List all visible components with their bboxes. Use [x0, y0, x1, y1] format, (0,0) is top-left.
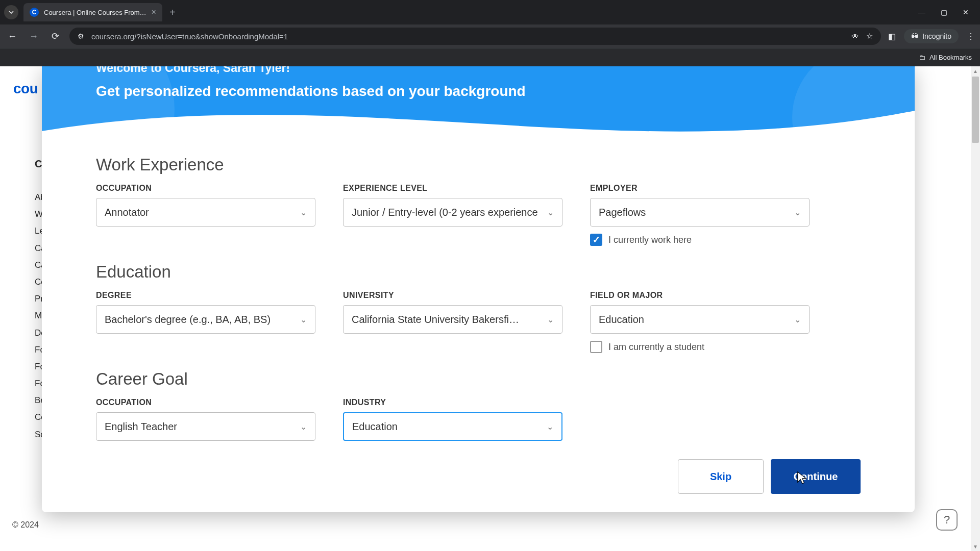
major-dropdown[interactable]: Education ⌄ — [590, 305, 810, 334]
star-icon[interactable]: ☆ — [866, 32, 873, 41]
major-field: FIELD OR MAJOR Education ⌄ I am currentl… — [590, 291, 810, 353]
university-field: UNIVERSITY California State University B… — [343, 291, 562, 353]
education-section: Education DEGREE Bachelor's degree (e.g.… — [96, 262, 861, 353]
page-viewport: cou Co AbWhLeCaCaCoPrMaDeFoFoFoBeCoSo © … — [0, 66, 980, 551]
chevron-down-icon: ⌄ — [547, 422, 553, 432]
student-label: I am currently a student — [608, 342, 704, 353]
experience-label: EXPERIENCE LEVEL — [343, 184, 562, 193]
all-bookmarks-button[interactable]: 🗀 All Bookmarks — [919, 54, 972, 61]
currently-work-checkbox[interactable]: ✓ — [590, 234, 602, 246]
tab-favicon: C — [30, 8, 39, 17]
tab-close-icon[interactable]: × — [152, 8, 156, 17]
scrollbar[interactable]: ▲ ▼ — [971, 66, 980, 551]
modal-header: Welcome to Coursera, Sarah Tyler! Get pe… — [42, 66, 915, 141]
url-text: coursera.org/?isNewUser=true&showOnboard… — [91, 32, 844, 41]
degree-label: DEGREE — [96, 291, 315, 300]
reload-button[interactable]: ⟳ — [48, 31, 62, 42]
menu-icon[interactable]: ⋮ — [967, 32, 975, 41]
help-button[interactable]: ? — [936, 509, 958, 531]
career-goal-section: Career Goal OCCUPATION English Teacher ⌄… — [96, 369, 861, 441]
university-label: UNIVERSITY — [343, 291, 562, 300]
currently-work-label: I currently work here — [608, 235, 692, 245]
scrollbar-thumb[interactable] — [972, 77, 979, 143]
industry-field: INDUSTRY Education ⌄ — [343, 398, 562, 441]
skip-button[interactable]: Skip — [678, 459, 764, 494]
career-occupation-dropdown[interactable]: English Teacher ⌄ — [96, 412, 315, 441]
continue-button[interactable]: Continue — [771, 459, 861, 494]
degree-dropdown[interactable]: Bachelor's degree (e.g., BA, AB, BS) ⌄ — [96, 305, 315, 334]
coursera-logo: cou — [13, 81, 38, 97]
employer-dropdown[interactable]: Pageflows ⌄ — [590, 198, 810, 227]
browser-tab[interactable]: C Coursera | Online Courses From… × — [23, 3, 162, 21]
maximize-icon[interactable]: ▢ — [941, 8, 947, 16]
chevron-down-icon: ⌄ — [547, 315, 554, 324]
major-label: FIELD OR MAJOR — [590, 291, 810, 300]
modal-footer: Skip Continue — [96, 459, 861, 494]
folder-icon: 🗀 — [919, 54, 925, 61]
section-title-career: Career Goal — [96, 369, 861, 389]
employer-field: EMPLOYER Pageflows ⌄ ✓ I currently work … — [590, 184, 810, 246]
back-button[interactable]: ← — [5, 31, 19, 42]
onboarding-modal: Welcome to Coursera, Sarah Tyler! Get pe… — [42, 66, 915, 512]
chevron-down-icon: ⌄ — [300, 422, 307, 432]
work-experience-section: Work Experience OCCUPATION Annotator ⌄ E… — [96, 155, 861, 246]
bookmarks-bar: 🗀 All Bookmarks — [0, 48, 980, 66]
incognito-icon: 🕶 — [911, 32, 918, 40]
chevron-down-icon: ⌄ — [547, 208, 554, 217]
industry-label: INDUSTRY — [343, 398, 562, 407]
modal-body: Work Experience OCCUPATION Annotator ⌄ E… — [42, 141, 915, 512]
minimize-icon[interactable]: — — [918, 8, 925, 16]
chevron-down-icon: ⌄ — [794, 208, 801, 217]
chevron-down-icon: ⌄ — [300, 315, 307, 324]
degree-field: DEGREE Bachelor's degree (e.g., BA, AB, … — [96, 291, 315, 353]
side-panel-icon[interactable]: ◧ — [888, 32, 896, 41]
close-window-icon[interactable]: ✕ — [963, 8, 969, 16]
student-checkbox[interactable] — [590, 341, 602, 353]
forward-button[interactable]: → — [27, 31, 41, 42]
university-dropdown[interactable]: California State University Bakersfi… ⌄ — [343, 305, 562, 334]
career-occupation-label: OCCUPATION — [96, 398, 315, 407]
employer-label: EMPLOYER — [590, 184, 810, 193]
occupation-field: OCCUPATION Annotator ⌄ — [96, 184, 315, 246]
check-icon: ✓ — [593, 234, 600, 245]
chevron-down-icon: ⌄ — [300, 208, 307, 217]
currently-work-checkbox-row[interactable]: ✓ I currently work here — [590, 234, 810, 246]
modal-subtitle: Get personalized recommendations based o… — [96, 83, 526, 99]
new-tab-button[interactable]: + — [169, 7, 176, 18]
student-checkbox-row[interactable]: I am currently a student — [590, 341, 810, 353]
incognito-badge[interactable]: 🕶 Incognito — [904, 29, 959, 43]
experience-dropdown[interactable]: Junior / Entry-level (0-2 years experien… — [343, 198, 562, 227]
site-settings-icon[interactable]: ⚙ — [78, 32, 84, 40]
occupation-dropdown[interactable]: Annotator ⌄ — [96, 198, 315, 227]
eye-off-icon[interactable]: 👁 — [851, 32, 859, 41]
copyright-text: © 2024 — [12, 520, 39, 530]
tab-search-button[interactable] — [4, 5, 18, 19]
occupation-label: OCCUPATION — [96, 184, 315, 193]
empty-field-spacer — [590, 398, 810, 441]
experience-field: EXPERIENCE LEVEL Junior / Entry-level (0… — [343, 184, 562, 246]
scrollbar-up-icon[interactable]: ▲ — [971, 66, 980, 76]
url-bar[interactable]: ⚙ coursera.org/?isNewUser=true&showOnboa… — [69, 28, 881, 45]
browser-tab-strip: C Coursera | Online Courses From… × + — … — [0, 0, 980, 24]
section-title-work: Work Experience — [96, 155, 861, 174]
browser-toolbar: ← → ⟳ ⚙ coursera.org/?isNewUser=true&sho… — [0, 24, 980, 48]
section-title-education: Education — [96, 262, 861, 282]
chevron-down-icon: ⌄ — [794, 315, 801, 324]
scrollbar-down-icon[interactable]: ▼ — [971, 542, 980, 551]
window-controls: — ▢ ✕ — [918, 8, 976, 16]
modal-greeting: Welcome to Coursera, Sarah Tyler! — [96, 66, 526, 75]
tab-title: Coursera | Online Courses From… — [44, 9, 146, 16]
career-occupation-field: OCCUPATION English Teacher ⌄ — [96, 398, 315, 441]
industry-dropdown[interactable]: Education ⌄ — [343, 412, 562, 441]
